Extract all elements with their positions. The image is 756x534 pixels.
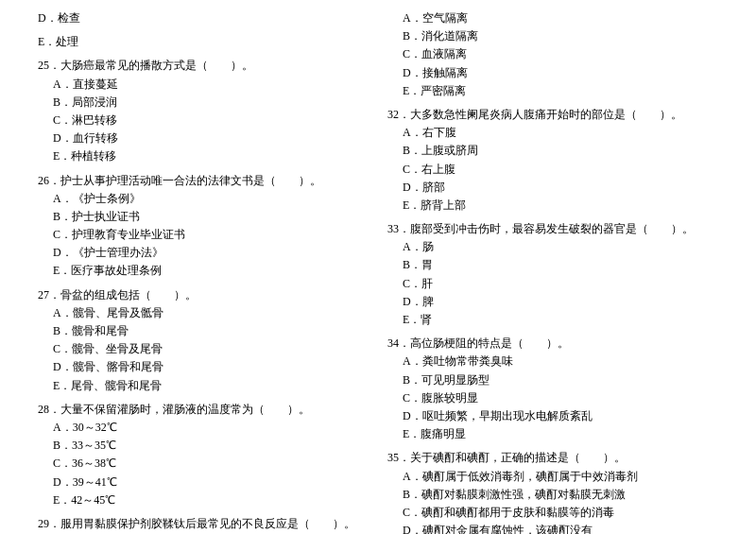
option: A．直接蔓延 <box>38 76 369 94</box>
option: A．髋骨、尾骨及骶骨 <box>38 304 369 322</box>
option: B．局部浸润 <box>38 94 369 112</box>
option: D．髋骨、髂骨和尾骨 <box>38 358 369 376</box>
question-block: 25．大肠癌最常见的播散方式是（ ）。A．直接蔓延B．局部浸润C．淋巴转移D．血… <box>38 57 369 165</box>
option: A．30～32℃ <box>38 419 369 437</box>
option: C．腹胀较明显 <box>387 389 718 407</box>
question-title: 33．腹部受到冲击伤时，最容易发生破裂的器官是（ ）。 <box>387 220 718 238</box>
option: C．髋骨、坐骨及尾骨 <box>38 340 369 358</box>
option: B．髋骨和尾骨 <box>38 322 369 340</box>
option: E．医疗事故处理条例 <box>38 262 369 280</box>
question-title: 35．关于碘酊和碘酊，正确的描述是（ ）。 <box>387 449 718 467</box>
option: A．肠 <box>387 238 718 256</box>
question-title: 29．服用胃黏膜保护剂胶鞣钛后最常见的不良反应是（ ）。 <box>38 515 369 533</box>
question-block: 26．护士从事护理活动唯一合法的法律文书是（ ）。A．《护士条例》B．护士执业证… <box>38 172 369 281</box>
question-title: 34．高位肠梗阻的特点是（ ）。 <box>387 335 718 353</box>
question-block: 28．大量不保留灌肠时，灌肠液的温度常为（ ）。A．30～32℃B．33～35℃… <box>38 401 369 509</box>
question-title: E．处理 <box>38 33 369 51</box>
option: A．粪吐物常带粪臭味 <box>387 353 718 370</box>
option: C．血液隔离 <box>387 45 718 63</box>
option: B．消化道隔离 <box>387 27 718 45</box>
option: D．脐部 <box>387 179 718 197</box>
question-block: 32．大多数急性阑尾炎病人腹痛开始时的部位是（ ）。A．右下腹B．上腹或脐周C．… <box>387 106 718 215</box>
question-title: 27．骨盆的组成包括（ ）。 <box>38 286 369 304</box>
option: E．种植转移 <box>38 147 369 165</box>
option: D．血行转移 <box>38 129 369 147</box>
question-title: 25．大肠癌最常见的播散方式是（ ）。 <box>38 57 369 75</box>
question-block: 35．关于碘酊和碘酊，正确的描述是（ ）。A．碘酊属于低效消毒剂，碘酊属于中效消… <box>387 449 718 534</box>
option: E．脐背上部 <box>387 197 718 215</box>
option: C．36～38℃ <box>38 455 369 473</box>
question-block: E．处理 <box>38 33 369 51</box>
question-block: D．检查 <box>38 9 369 27</box>
right-column: A．空气隔离B．消化道隔离C．血液隔离D．接触隔离E．严密隔离32．大多数急性阑… <box>387 9 718 534</box>
question-block: 29．服用胃黏膜保护剂胶鞣钛后最常见的不良反应是（ ）。A．头晕B．皮疹C．乏力… <box>38 515 369 534</box>
option: E．腹痛明显 <box>387 425 718 443</box>
option: E．尾骨、髋骨和尾骨 <box>38 377 369 395</box>
option: A．空气隔离 <box>387 9 718 27</box>
option: D．脾 <box>387 293 718 311</box>
question-block: 27．骨盆的组成包括（ ）。A．髋骨、尾骨及骶骨B．髋骨和尾骨C．髋骨、坐骨及尾… <box>38 286 369 395</box>
option: A．碘酊属于低效消毒剂，碘酊属于中效消毒剂 <box>387 468 718 486</box>
option: B．胃 <box>387 256 718 274</box>
main-content: D．检查E．处理25．大肠癌最常见的播散方式是（ ）。A．直接蔓延B．局部浸润C… <box>38 9 718 534</box>
question-title: D．检查 <box>38 9 369 27</box>
option: B．33～35℃ <box>38 437 369 455</box>
option: A．右下腹 <box>387 124 718 142</box>
question-block: A．空气隔离B．消化道隔离C．血液隔离D．接触隔离E．严密隔离 <box>387 9 718 100</box>
question-title: 32．大多数急性阑尾炎病人腹痛开始时的部位是（ ）。 <box>387 106 718 124</box>
option: C．右上腹 <box>387 161 718 179</box>
left-column: D．检查E．处理25．大肠癌最常见的播散方式是（ ）。A．直接蔓延B．局部浸润C… <box>38 9 369 534</box>
option: A．《护士条例》 <box>38 190 369 208</box>
option: B．护士执业证书 <box>38 208 369 226</box>
option: E．42～45℃ <box>38 491 369 509</box>
option: B．上腹或脐周 <box>387 142 718 160</box>
option: B．可见明显肠型 <box>387 371 718 389</box>
question-block: 34．高位肠梗阻的特点是（ ）。A．粪吐物常带粪臭味B．可见明显肠型C．腹胀较明… <box>387 335 718 443</box>
option: D．39～41℃ <box>38 474 369 491</box>
option: D．接触隔离 <box>387 64 718 82</box>
question-title: 26．护士从事护理活动唯一合法的法律文书是（ ）。 <box>38 172 369 190</box>
option: C．肝 <box>387 275 718 293</box>
question-block: 33．腹部受到冲击伤时，最容易发生破裂的器官是（ ）。A．肠B．胃C．肝D．脾E… <box>387 220 718 329</box>
option: C．护理教育专业毕业证书 <box>38 226 369 244</box>
option: D．《护士管理办法》 <box>38 244 369 262</box>
option: D．碘酊对金属有腐蚀性，该碘酊没有 <box>387 522 718 534</box>
option: B．碘酊对黏膜刺激性强，碘酊对黏膜无刺激 <box>387 486 718 504</box>
option: C．碘酊和碘酊都用于皮肤和黏膜等的消毒 <box>387 504 718 522</box>
option: C．淋巴转移 <box>38 112 369 129</box>
option: E．肾 <box>387 311 718 329</box>
question-title: 28．大量不保留灌肠时，灌肠液的温度常为（ ）。 <box>38 401 369 419</box>
option: E．严密隔离 <box>387 82 718 100</box>
option: D．呕吐频繁，早期出现水电解质紊乱 <box>387 407 718 425</box>
